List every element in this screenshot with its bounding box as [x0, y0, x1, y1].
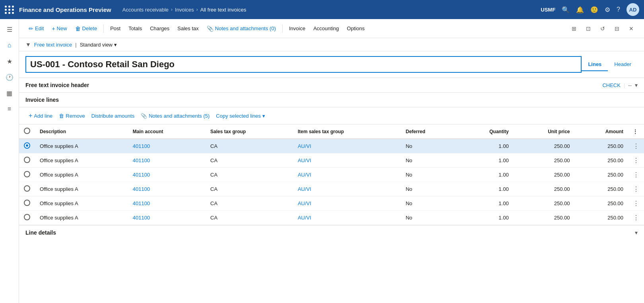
select-all-radio[interactable]: [24, 128, 30, 134]
row-item-sales-tax-group[interactable]: AU/VI: [293, 196, 401, 211]
row-description: Office supplies A: [35, 182, 128, 196]
row-deferred: No: [401, 196, 457, 211]
row-unit-price: 250.00: [514, 182, 575, 196]
row-radio[interactable]: [24, 171, 30, 177]
row-select-cell[interactable]: [19, 153, 35, 168]
sidebar-list[interactable]: ≡: [2, 102, 17, 116]
sidebar-workspaces[interactable]: ▦: [2, 86, 17, 100]
row-item-sales-tax-group[interactable]: AU/VI: [293, 168, 401, 182]
row-main-account[interactable]: 401100: [128, 196, 206, 211]
row-more-button[interactable]: ⋮: [633, 157, 639, 164]
tab-lines[interactable]: Lines: [582, 58, 608, 71]
line-details-title: Line details: [25, 229, 56, 236]
totals-button[interactable]: Totals: [125, 22, 145, 35]
notification-icon[interactable]: 🔔: [576, 6, 584, 14]
row-main-account[interactable]: 401100: [128, 182, 206, 196]
row-main-account[interactable]: 401100: [128, 153, 206, 168]
table-header-row: Description Main account Sales tax group…: [19, 124, 644, 139]
collapse-icon[interactable]: ▾: [635, 82, 638, 88]
row-radio[interactable]: [24, 214, 30, 220]
breadcrumb-current: All free text invoices: [200, 7, 246, 13]
row-more-button[interactable]: ⋮: [633, 171, 639, 179]
sidebar-favorites[interactable]: ★: [2, 54, 17, 68]
row-unit-price: 250.00: [514, 196, 575, 211]
row-radio[interactable]: [24, 157, 30, 163]
invoice-button[interactable]: Invoice: [286, 22, 308, 35]
minimize-icon[interactable]: ⊟: [611, 22, 623, 35]
delete-button[interactable]: 🗑 Delete: [72, 22, 101, 35]
row-radio[interactable]: [24, 185, 30, 192]
row-select-cell[interactable]: [19, 211, 35, 225]
page-header-strip: ▼ Free text invoice | Standard view ▾: [19, 38, 644, 51]
row-select-cell[interactable]: [19, 139, 35, 153]
line-details-header[interactable]: Line details ▾: [19, 225, 644, 240]
remove-button[interactable]: 🗑 Remove: [56, 111, 88, 120]
page-breadcrumb-link[interactable]: Free text invoice: [34, 42, 72, 48]
row-unit-price: 250.00: [514, 153, 575, 168]
row-radio[interactable]: [24, 142, 30, 149]
row-more-cell[interactable]: ⋮: [628, 139, 644, 153]
copy-selected-lines-button[interactable]: Copy selected lines ▾: [213, 111, 268, 120]
breadcrumb-accounts-receivable[interactable]: Accounts receivable: [122, 7, 169, 13]
row-main-account[interactable]: 401100: [128, 211, 206, 225]
sidebar-home[interactable]: ⌂: [2, 38, 17, 52]
col-header-select: [19, 124, 35, 139]
row-more-cell[interactable]: ⋮: [628, 196, 644, 211]
invoice-lines-title: Invoice lines: [25, 97, 59, 103]
row-amount: 250.00: [575, 139, 628, 153]
record-title-input[interactable]: [25, 56, 582, 73]
options-button[interactable]: Options: [344, 22, 368, 35]
new-icon: +: [52, 25, 55, 32]
add-line-button[interactable]: + Add line: [25, 111, 56, 121]
help-icon[interactable]: ?: [617, 6, 620, 13]
post-button[interactable]: Post: [107, 22, 124, 35]
invoice-lines-table: Description Main account Sales tax group…: [19, 124, 644, 225]
row-more-cell[interactable]: ⋮: [628, 168, 644, 182]
row-more-button[interactable]: ⋮: [633, 142, 639, 150]
row-item-sales-tax-group[interactable]: AU/VI: [293, 153, 401, 168]
filter-icon[interactable]: ▼: [25, 41, 31, 48]
row-select-cell[interactable]: [19, 182, 35, 196]
settings-icon[interactable]: ⚙: [605, 6, 610, 14]
sidebar-recent[interactable]: 🕐: [2, 70, 17, 84]
check-link[interactable]: CHECK: [602, 82, 621, 88]
open-new-icon[interactable]: ⊡: [582, 22, 595, 35]
personalize-icon[interactable]: ⊞: [568, 22, 580, 35]
tab-header[interactable]: Header: [608, 58, 638, 71]
attachment-icon: 📎: [207, 25, 213, 32]
row-more-button[interactable]: ⋮: [633, 214, 639, 221]
notes-attachments-lines-button[interactable]: 📎 Notes and attachments (5): [138, 111, 213, 120]
row-more-cell[interactable]: ⋮: [628, 182, 644, 196]
sales-tax-button[interactable]: Sales tax: [174, 22, 202, 35]
close-icon[interactable]: ✕: [625, 22, 638, 35]
view-selector[interactable]: Standard view ▾: [80, 42, 117, 48]
row-select-cell[interactable]: [19, 196, 35, 211]
notes-attachments-button[interactable]: 📎 Notes and attachments (0): [204, 22, 279, 35]
distribute-amounts-button[interactable]: Distribute amounts: [88, 111, 138, 120]
row-deferred: No: [401, 211, 457, 225]
row-item-sales-tax-group[interactable]: AU/VI: [293, 182, 401, 196]
row-more-cell[interactable]: ⋮: [628, 153, 644, 168]
row-item-sales-tax-group[interactable]: AU/VI: [293, 211, 401, 225]
row-more-cell[interactable]: ⋮: [628, 211, 644, 225]
row-main-account[interactable]: 401100: [128, 139, 206, 153]
row-more-button[interactable]: ⋮: [633, 200, 639, 207]
sidebar-hamburger[interactable]: ☰: [2, 22, 17, 37]
apps-grid-icon[interactable]: [5, 6, 14, 14]
row-description: Office supplies A: [35, 139, 128, 153]
row-more-button[interactable]: ⋮: [633, 185, 639, 193]
breadcrumb-invoices[interactable]: Invoices: [175, 7, 194, 13]
row-select-cell[interactable]: [19, 168, 35, 182]
refresh-icon[interactable]: ↺: [596, 22, 609, 35]
new-button[interactable]: + New: [48, 22, 70, 35]
row-main-account[interactable]: 401100: [128, 168, 206, 182]
edit-button[interactable]: ✏ Edit: [25, 22, 47, 35]
search-icon[interactable]: 🔍: [562, 6, 570, 14]
feedback-icon[interactable]: 🙂: [590, 6, 598, 14]
user-avatar[interactable]: AD: [627, 3, 639, 16]
accounting-button[interactable]: Accounting: [310, 22, 342, 35]
charges-button[interactable]: Charges: [147, 22, 173, 35]
row-radio[interactable]: [24, 200, 30, 206]
row-item-sales-tax-group[interactable]: AU/VI: [293, 139, 401, 153]
app-title: Finance and Operations Preview: [19, 6, 111, 13]
